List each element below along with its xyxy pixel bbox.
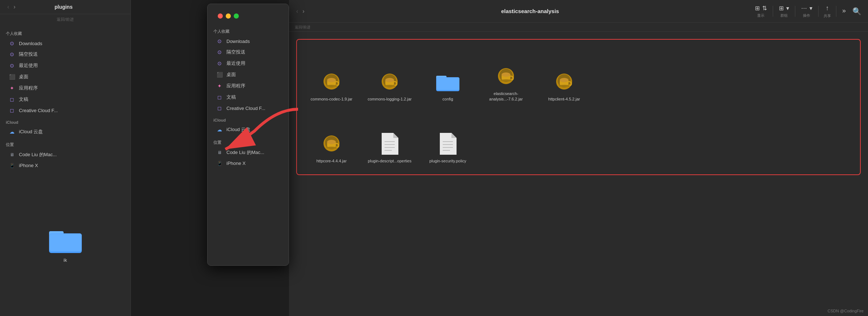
folder-config-svg <box>436 71 459 92</box>
win2-close-btn[interactable] <box>218 13 223 19</box>
file-item-plugin-security[interactable]: plugin-security.policy <box>421 109 475 167</box>
win2-sidebar-item-iphonex[interactable]: 📱 iPhone X <box>210 158 286 168</box>
win2-recent-label: 最近使用 <box>226 60 245 67</box>
codeliu-label: Code Liu 的Mac... <box>19 151 57 158</box>
win3-group-down-btn[interactable]: ▾ <box>785 4 790 12</box>
file-item-plugin-descriptor[interactable]: plugin-descript...operties <box>362 109 417 167</box>
finder-window-3: ‹ › elasticsearch-analysis ⊞ ⇅ 显示 ⊞ ▾ 群组 <box>289 0 868 316</box>
file-name-plugin-security: plugin-security.policy <box>429 158 466 163</box>
win2-fullscreen-btn[interactable] <box>234 13 239 19</box>
win3-nav-label-bar: 返回/前进 <box>289 23 868 32</box>
win2-sidebar-item-codeliu[interactable]: 🖥 Code Liu 的Mac... <box>210 147 286 158</box>
win3-group-btn[interactable]: ⊞ <box>778 4 784 12</box>
win2-sidebar-item-icloud[interactable]: ☁ iCloud 云盘 <box>210 124 286 135</box>
ik-folder-icon <box>49 227 82 254</box>
svg-point-32 <box>327 140 336 144</box>
win2-creative-icon: ◻ <box>216 105 223 111</box>
svg-point-9 <box>326 85 337 87</box>
file-item-httpclient[interactable]: httpclient-4.5.2.jar <box>537 47 591 105</box>
sidebar-item-downloads[interactable]: ⊙ Downloads <box>3 38 128 48</box>
coffee-svg-4 <box>553 71 575 93</box>
win3-forward-btn[interactable]: › <box>301 7 306 15</box>
sidebar-item-codeliu[interactable]: 🖥 Code Liu 的Mac... <box>3 149 128 160</box>
sidebar-item-creative[interactable]: ◻ Creative Cloud F... <box>3 105 128 115</box>
svg-rect-3 <box>50 234 81 251</box>
svg-point-22 <box>502 72 510 77</box>
win2-minimize-btn[interactable] <box>226 13 231 19</box>
recent-icon: ⊙ <box>9 63 15 68</box>
sidebar-item-desktop[interactable]: ⬛ 桌面 <box>3 71 128 82</box>
file-item-config[interactable]: config <box>421 47 475 105</box>
win3-share-btn[interactable]: ↑ <box>825 4 829 13</box>
win3-group-group: ⊞ ▾ 群组 <box>778 4 790 18</box>
win2-creative-label: Creative Cloud F... <box>226 106 265 111</box>
sidebar-item-recent[interactable]: ⊙ 最近使用 <box>3 60 128 71</box>
win3-display-icons: ⊞ ⇅ <box>754 4 768 12</box>
win2-sidebar-item-desktop[interactable]: ⬛ 桌面 <box>210 69 286 80</box>
file-item-commons-logging[interactable]: commons-logging-1.2.jar <box>362 47 417 105</box>
win3-action-down-btn[interactable]: ▾ <box>809 4 813 12</box>
iphonex-label: iPhone X <box>19 163 38 168</box>
airdrop-icon: ⊙ <box>9 51 15 57</box>
win1-nav-row: ‹ › <box>6 3 17 11</box>
file-name-config: config <box>442 96 453 102</box>
sidebar-item-icloud[interactable]: ☁ iCloud 云盘 <box>3 126 128 137</box>
apps-label: 应用程序 <box>19 85 38 91</box>
win3-share-label: 共享 <box>824 13 831 19</box>
win3-back-btn[interactable]: ‹ <box>295 7 300 15</box>
docs-label: 文稿 <box>19 96 28 103</box>
win1-main-content: ik <box>0 174 130 316</box>
win1-section-icloud: iCloud <box>0 116 130 126</box>
win3-more-group: » <box>841 6 847 16</box>
coffee-svg-2 <box>379 71 401 93</box>
win3-more-btn[interactable]: » <box>841 6 847 15</box>
svg-rect-18 <box>437 78 459 90</box>
win3-action-group: ⋯ ▾ 操作 <box>800 4 813 18</box>
win1-sidebar: 个人收藏 ⊙ Downloads ⊙ 隔空投送 ⊙ 最近使用 ⬛ 桌面 ✦ 应用… <box>0 24 130 174</box>
file-item-commons-codec[interactable]: commons-codec-1.9.jar <box>304 47 359 105</box>
win1-back-btn[interactable]: ‹ <box>6 3 11 11</box>
win2-sidebar-item-creative[interactable]: ◻ Creative Cloud F... <box>210 103 286 113</box>
jar-icon-commons-logging <box>378 70 401 94</box>
svg-point-33 <box>326 147 337 149</box>
airdrop-label: 隔空投送 <box>19 51 38 58</box>
win2-airdrop-label: 隔空投送 <box>226 49 245 55</box>
sidebar-item-airdrop[interactable]: ⊙ 隔空投送 <box>3 49 128 60</box>
file-item-elasticsearch[interactable]: elasticsearch-analysis...-7.6.2.jar <box>479 47 533 105</box>
sidebar-item-docs[interactable]: ◻ 文稿 <box>3 94 128 105</box>
file-item-httpcore[interactable]: httpcore-4.4.4.jar <box>304 109 359 167</box>
win2-sidebar-item-downloads[interactable]: ⊙ Downloads <box>210 36 286 46</box>
win1-title: plugins <box>21 4 106 10</box>
win3-action-btn[interactable]: ⋯ <box>800 4 808 12</box>
sidebar-item-iphonex[interactable]: 📱 iPhone X <box>3 161 128 170</box>
win1-nav-label: 返回/前进 <box>57 17 74 21</box>
win2-docs-label: 文稿 <box>226 94 236 100</box>
win2-icloud-icon: ☁ <box>216 127 223 133</box>
win2-traffic-lights <box>213 8 284 19</box>
win1-forward-btn[interactable]: › <box>12 3 17 11</box>
win3-share-group: ↑ 共享 <box>824 4 831 19</box>
apps-icon: ✦ <box>9 85 15 91</box>
win3-group-label: 群组 <box>780 13 788 18</box>
win2-sidebar-item-recent[interactable]: ⊙ 最近使用 <box>210 58 286 69</box>
icloud-label: iCloud 云盘 <box>19 129 43 135</box>
sidebar-item-apps[interactable]: ✦ 应用程序 <box>3 83 128 94</box>
ik-folder[interactable]: ik <box>49 227 82 263</box>
win3-sep3 <box>818 6 819 17</box>
win2-downloads-label: Downloads <box>226 39 250 44</box>
win1-section-personal: 个人收藏 <box>0 27 130 38</box>
jar-icon-httpclient <box>552 70 576 94</box>
icloud-icon: ☁ <box>9 129 15 135</box>
win2-sidebar-item-apps[interactable]: ✦ 应用程序 <box>210 80 286 91</box>
win3-view-toggle-btn[interactable]: ⇅ <box>761 4 768 12</box>
win2-computer-icon: 🖥 <box>216 150 223 155</box>
win2-sidebar-item-airdrop[interactable]: ⊙ 隔空投送 <box>210 47 286 58</box>
win3-search-btn[interactable]: 🔍 <box>852 6 862 16</box>
win3-grid-view-btn[interactable]: ⊞ <box>754 4 760 12</box>
win2-desktop-label: 桌面 <box>226 71 236 78</box>
jar-icon-elasticsearch <box>494 64 518 89</box>
folder-svg <box>49 227 82 253</box>
win2-sidebar-item-docs[interactable]: ◻ 文稿 <box>210 92 286 103</box>
win2-section-location: 位置 <box>208 135 289 147</box>
coffee-svg-1 <box>321 71 342 93</box>
